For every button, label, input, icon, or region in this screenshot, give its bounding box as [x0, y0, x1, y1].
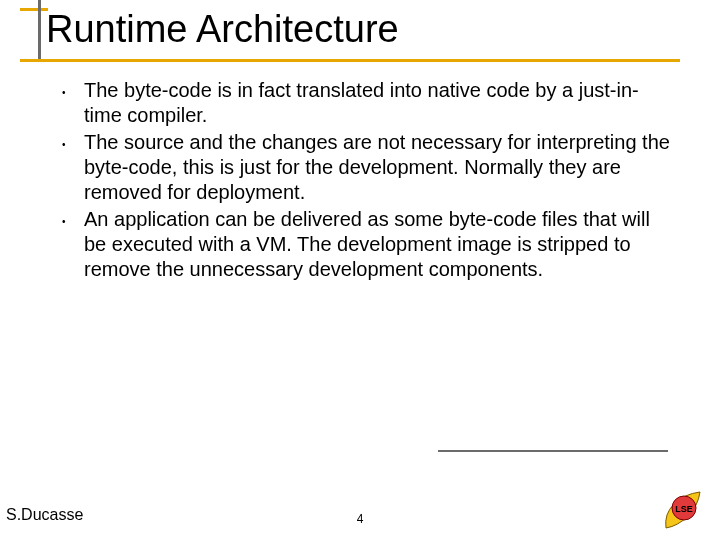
footer-rule [438, 450, 668, 452]
content-area: • The byte-code is in fact translated in… [62, 78, 672, 284]
title-accent-top [20, 8, 48, 11]
author-name: S.Ducasse [6, 506, 83, 524]
lse-logo-icon: LSE [660, 484, 706, 530]
bullet-text: An application can be delivered as some … [84, 207, 672, 282]
bullet-text: The source and the changes are not neces… [84, 130, 672, 205]
slide: Runtime Architecture • The byte-code is … [0, 0, 720, 540]
bullet-item: • The byte-code is in fact translated in… [62, 78, 672, 128]
bullet-marker: • [62, 130, 84, 150]
logo-text: LSE [675, 504, 693, 514]
bullet-marker: • [62, 78, 84, 98]
title-underline [20, 59, 680, 62]
bullet-marker: • [62, 207, 84, 227]
page-number: 4 [357, 512, 364, 526]
bullet-text: The byte-code is in fact translated into… [84, 78, 672, 128]
bullet-item: • An application can be delivered as som… [62, 207, 672, 282]
slide-title: Runtime Architecture [46, 8, 399, 51]
bullet-item: • The source and the changes are not nec… [62, 130, 672, 205]
title-vertical-rule [38, 0, 41, 62]
